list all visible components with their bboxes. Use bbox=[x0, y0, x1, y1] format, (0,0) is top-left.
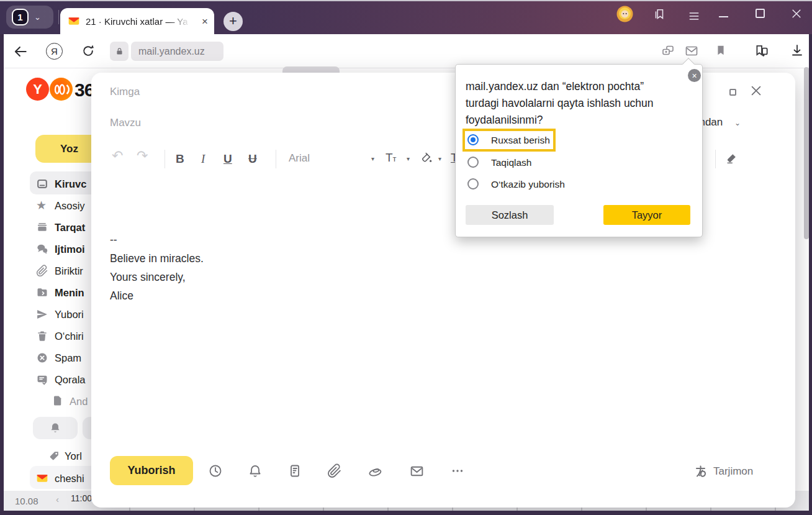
redo-icon[interactable]: ↷ bbox=[137, 148, 148, 164]
radio-allow[interactable] bbox=[467, 134, 479, 145]
translator-button[interactable]: Tarjimon bbox=[693, 464, 753, 479]
browser-window: 1 ⌄ 21 · Kiruvchi xatlar — Ya × + bbox=[0, 0, 812, 515]
fill-color-icon[interactable] bbox=[420, 151, 433, 164]
sidebar-item-sent[interactable]: Yubori bbox=[0, 305, 106, 324]
yandex-button[interactable]: Я bbox=[46, 43, 63, 60]
avatar[interactable] bbox=[616, 6, 633, 22]
eraser-icon[interactable] bbox=[724, 152, 738, 165]
settings-button[interactable]: Sozlash bbox=[466, 205, 554, 225]
tab-group-count: 1 bbox=[12, 9, 29, 25]
star-icon: ★ bbox=[36, 199, 48, 212]
tab-group-chip[interactable]: 1 ⌄ bbox=[6, 6, 53, 29]
radio-skip[interactable] bbox=[467, 178, 479, 189]
address-bar[interactable]: mail.yandex.uz bbox=[131, 42, 223, 61]
sidebar-item-account[interactable]: cheshi bbox=[0, 469, 106, 488]
dialog-close-icon[interactable]: × bbox=[688, 69, 701, 82]
collections-icon[interactable] bbox=[754, 43, 770, 59]
sidebar-item-inbox[interactable]: Kiruvc bbox=[0, 175, 106, 193]
timeline-date: 10.08 bbox=[15, 496, 38, 506]
document-icon bbox=[52, 395, 65, 408]
bookmark-icon[interactable] bbox=[714, 43, 728, 57]
tab-close-icon[interactable]: × bbox=[202, 16, 208, 27]
window-frame-bottom bbox=[0, 511, 812, 515]
strikethrough-button[interactable]: U bbox=[248, 151, 257, 167]
underline-button[interactable]: U bbox=[223, 151, 232, 167]
page-scrollbar[interactable] bbox=[804, 67, 809, 239]
tab-strip: 1 ⌄ 21 · Kiruvchi xatlar — Ya × + bbox=[0, 0, 812, 34]
envelope-icon[interactable] bbox=[409, 463, 424, 478]
caret-down-icon[interactable]: ▾ bbox=[371, 155, 374, 162]
caret-down-icon3[interactable]: ▾ bbox=[438, 155, 441, 162]
translator-label: Tarjimon bbox=[713, 465, 753, 478]
to-field[interactable]: Kimga bbox=[110, 86, 140, 98]
sidebar-item-trash[interactable]: O‘chiri bbox=[0, 327, 106, 345]
new-tab-button[interactable]: + bbox=[223, 12, 243, 31]
sidebar-item-my-folder[interactable]: Menin bbox=[0, 283, 106, 302]
tag-icon bbox=[48, 450, 61, 462]
yandex-logo[interactable]: Y bbox=[26, 78, 49, 101]
subject-field[interactable]: Mavzu bbox=[110, 117, 141, 129]
compose-restore-icon[interactable] bbox=[729, 89, 736, 96]
tab-preview-icon[interactable] bbox=[661, 43, 675, 58]
window-close-icon[interactable] bbox=[790, 7, 803, 20]
dialog-message: mail.yandex.uz dan “elektron pochta” tur… bbox=[466, 78, 677, 129]
compose-close-icon[interactable] bbox=[749, 84, 763, 98]
stamp-icon[interactable] bbox=[367, 463, 382, 478]
sidebar-panels-icon[interactable] bbox=[652, 7, 666, 21]
tab-title: 21 · Kiruvchi xatlar — Ya bbox=[86, 16, 192, 27]
format-divider2 bbox=[276, 150, 276, 168]
download-icon[interactable] bbox=[790, 43, 805, 58]
mail-account-icon bbox=[36, 472, 48, 485]
window-minimize-icon[interactable] bbox=[719, 16, 728, 17]
more-options-icon[interactable] bbox=[450, 463, 465, 478]
window-top-edge bbox=[0, 0, 812, 1]
italic-button[interactable]: I bbox=[201, 151, 205, 167]
window-frame-left bbox=[0, 34, 4, 515]
drafts-icon bbox=[36, 373, 48, 386]
bell-icon bbox=[49, 422, 61, 434]
radio-allow-label[interactable]: Ruxsat berish bbox=[491, 135, 550, 146]
chat-bubbles-icon bbox=[36, 243, 48, 255]
chevron-down-icon[interactable]: ⌄ bbox=[34, 12, 41, 22]
sidebar-item-spam[interactable]: Spam bbox=[0, 349, 106, 367]
tabstrip-divider bbox=[58, 10, 59, 24]
window-maximize-icon[interactable] bbox=[756, 9, 765, 18]
font-size-button[interactable]: Tт bbox=[386, 151, 397, 165]
sidebar-item-drafts[interactable]: Qorala bbox=[0, 370, 106, 389]
paperclip-icon bbox=[36, 265, 48, 277]
sidebar-item-subfolder[interactable]: And bbox=[0, 392, 106, 411]
radio-skip-label[interactable]: O‘tkazib yuborish bbox=[491, 179, 565, 190]
yandex-360-logo-icon bbox=[50, 78, 73, 101]
timeline-prev-icon[interactable]: ‹ bbox=[56, 494, 59, 504]
background-tab-peek bbox=[282, 66, 340, 73]
sidebar-item-main[interactable]: ★ Asosiy bbox=[0, 196, 106, 215]
sidebar-item-mailings[interactable]: Tarqat bbox=[0, 218, 106, 237]
notifications-button[interactable] bbox=[33, 417, 78, 439]
done-button[interactable]: Tayyor bbox=[603, 205, 690, 225]
sidebar-item-attachments[interactable]: Biriktir bbox=[0, 262, 106, 280]
body-line: -- bbox=[110, 230, 204, 249]
reminder-bell-icon[interactable] bbox=[248, 463, 263, 478]
send-button[interactable]: Yuborish bbox=[110, 456, 193, 485]
menu-icon[interactable] bbox=[688, 10, 700, 22]
radio-block[interactable] bbox=[467, 157, 479, 168]
body-line: Yours sincerely, bbox=[110, 268, 204, 286]
browser-tab[interactable]: 21 · Kiruvchi xatlar — Ya × bbox=[60, 8, 214, 34]
lock-icon[interactable] bbox=[110, 42, 129, 61]
url-text: mail.yandex.uz bbox=[131, 42, 223, 61]
tab-favicon-mail-icon bbox=[68, 15, 80, 27]
radio-block-label[interactable]: Taqiqlash bbox=[491, 157, 532, 168]
back-icon[interactable] bbox=[12, 43, 29, 60]
sidebar-item-social[interactable]: Ijtimoi bbox=[0, 240, 106, 258]
bold-button[interactable]: B bbox=[176, 151, 184, 167]
refresh-icon[interactable] bbox=[80, 43, 96, 59]
sidebar-item-labels[interactable]: Yorl bbox=[0, 447, 106, 465]
message-body[interactable]: -- Believe in miracles. Yours sincerely,… bbox=[110, 230, 204, 305]
schedule-clock-icon[interactable] bbox=[208, 463, 223, 478]
font-family-select[interactable]: Arial bbox=[289, 152, 310, 165]
attach-paperclip-icon[interactable] bbox=[327, 463, 342, 478]
mail-toolbar-icon[interactable] bbox=[684, 43, 699, 58]
undo-icon[interactable]: ↶ bbox=[112, 148, 123, 164]
template-icon[interactable] bbox=[287, 463, 302, 478]
caret-down-icon2[interactable]: ▾ bbox=[407, 155, 410, 162]
